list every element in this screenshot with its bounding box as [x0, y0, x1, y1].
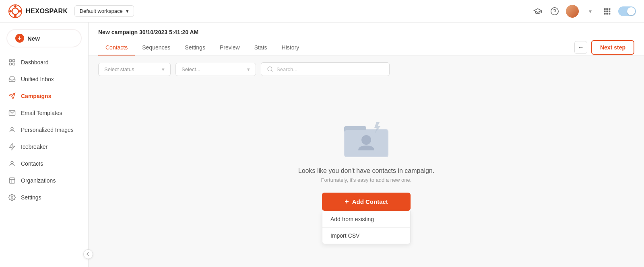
status-filter[interactable]: Select status ▾ [98, 63, 171, 76]
svg-rect-12 [606, 10, 608, 12]
empty-folder-illustration [340, 115, 392, 161]
chevron-down-icon[interactable]: ▾ [584, 6, 596, 17]
empty-title: Looks like you don't have contacts in ca… [298, 167, 434, 175]
new-button[interactable]: + New [6, 29, 82, 47]
plus-icon: + [345, 197, 349, 206]
svg-point-2 [14, 5, 17, 8]
search-icon [267, 66, 273, 72]
svg-point-3 [14, 15, 17, 17]
next-step-button[interactable]: Next step [591, 40, 634, 55]
sidebar-item-campaigns[interactable]: Campaigns [0, 88, 88, 105]
tab-stats[interactable]: Stats [247, 40, 275, 55]
sidebar-collapse-button[interactable] [83, 249, 93, 259]
dropdown-item-add-existing[interactable]: Add from existing [322, 211, 410, 228]
icebreaker-icon [8, 143, 16, 151]
dropdown-item-import-csv[interactable]: Import CSV [322, 228, 410, 244]
svg-line-31 [271, 70, 272, 72]
content-header: New campaign 30/10/2023 5:41:20 AM Conta… [89, 23, 644, 56]
tab-sequences[interactable]: Sequences [135, 40, 178, 55]
settings-icon [8, 193, 16, 201]
tab-settings[interactable]: Settings [178, 40, 213, 55]
svg-point-5 [19, 10, 21, 12]
svg-point-23 [11, 127, 13, 130]
inbox-icon [8, 75, 16, 83]
chevron-down-icon: ▾ [126, 8, 129, 14]
svg-rect-14 [604, 13, 606, 14]
empty-subtitle: Fortunately, it's easy to add a new one. [321, 177, 412, 183]
sidebar-item-unified-inbox[interactable]: Unified Inbox [0, 71, 88, 88]
svg-point-4 [9, 10, 12, 12]
svg-rect-13 [609, 10, 610, 12]
sidebar-item-organizations[interactable]: Organizations [0, 172, 88, 189]
search-box[interactable]: Search... [261, 62, 390, 76]
svg-point-6 [551, 7, 558, 14]
sidebar-item-dashboard[interactable]: Dashboard [0, 54, 88, 71]
svg-rect-18 [13, 60, 15, 62]
personalized-images-icon [8, 126, 16, 134]
svg-rect-19 [9, 63, 11, 65]
add-contact-dropdown: Add from existing Import CSV [322, 211, 411, 244]
theme-toggle[interactable] [618, 6, 636, 16]
chevron-down-icon: ▾ [162, 66, 165, 72]
email-templates-icon [8, 109, 16, 117]
help-icon[interactable] [549, 6, 560, 17]
svg-rect-15 [606, 13, 608, 14]
campaigns-icon [8, 92, 16, 100]
tab-history[interactable]: History [275, 40, 307, 55]
svg-marker-24 [9, 144, 15, 150]
add-contact-button[interactable]: + Add Contact [322, 193, 411, 211]
filters-row: Select status ▾ Select... ▾ Search... [89, 56, 644, 82]
svg-rect-9 [606, 8, 608, 10]
add-contact-wrapper: + Add Contact Add from existing Import C… [322, 193, 411, 211]
tab-preview[interactable]: Preview [213, 40, 247, 55]
sidebar-item-settings[interactable]: Settings [0, 189, 88, 206]
sidebar-item-icebreaker[interactable]: Icebreaker [0, 138, 88, 155]
organizations-icon [8, 177, 16, 185]
logo: HEXOSPARK [8, 4, 68, 18]
tab-contacts[interactable]: Contacts [98, 40, 135, 55]
workspace-selector[interactable]: Default workspace ▾ [74, 5, 134, 17]
svg-rect-10 [609, 8, 610, 10]
dashboard-icon [8, 58, 16, 66]
apps-grid-icon[interactable] [601, 6, 613, 17]
campaign-title: New campaign 30/10/2023 5:41:20 AM [98, 29, 634, 35]
tabs: Contacts Sequences Settings Preview Stat… [98, 40, 306, 55]
plus-icon: + [15, 34, 24, 43]
back-button[interactable]: ← [574, 41, 587, 54]
svg-rect-26 [9, 178, 15, 183]
main-content: New campaign 30/10/2023 5:41:20 AM Conta… [89, 23, 644, 267]
svg-point-30 [268, 67, 272, 71]
sidebar-navigation: Dashboard Unified Inbox Campaigns Email … [0, 51, 88, 267]
avatar[interactable] [566, 5, 579, 18]
graduation-icon[interactable] [532, 6, 543, 17]
sidebar-item-email-templates[interactable]: Email Templates [0, 105, 88, 121]
chevron-down-icon: ▾ [247, 66, 250, 72]
top-navigation: HEXOSPARK Default workspace ▾ ▾ [0, 0, 644, 23]
svg-rect-8 [604, 8, 606, 10]
svg-rect-20 [13, 63, 15, 65]
select-filter[interactable]: Select... ▾ [175, 63, 256, 76]
svg-point-29 [11, 197, 13, 199]
svg-rect-16 [609, 13, 610, 14]
svg-rect-17 [9, 60, 11, 62]
svg-rect-11 [604, 10, 606, 12]
sidebar-item-contacts[interactable]: Contacts [0, 155, 88, 172]
contacts-icon [8, 160, 16, 168]
empty-state: Looks like you don't have contacts in ca… [89, 82, 644, 267]
svg-point-35 [361, 135, 371, 145]
svg-point-25 [11, 161, 13, 164]
sidebar: + New Dashboard Unified Inbox Campa [0, 23, 89, 267]
logo-text: HEXOSPARK [26, 8, 68, 15]
sidebar-item-personalized-images[interactable]: Personalized Images [0, 121, 88, 138]
